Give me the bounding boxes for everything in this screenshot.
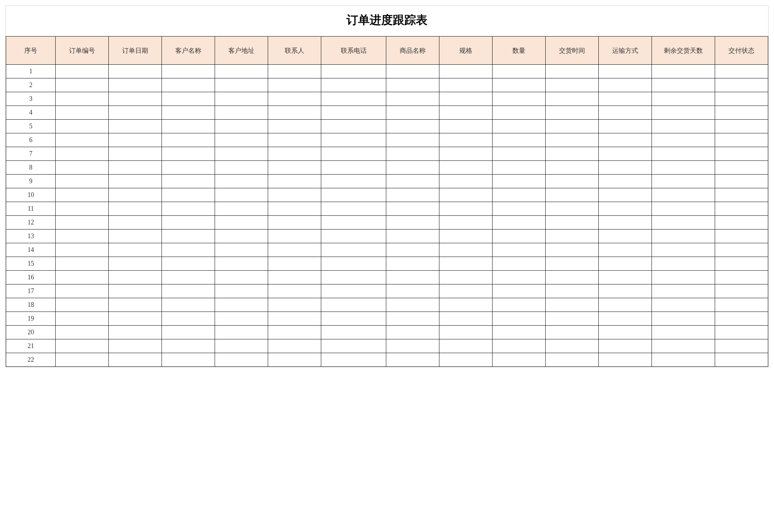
cell-seq[interactable]: 19 [6, 312, 56, 326]
cell-status[interactable] [715, 298, 768, 312]
cell-product[interactable] [386, 326, 439, 339]
cell-customer[interactable] [162, 175, 215, 188]
cell-status[interactable] [715, 326, 768, 339]
cell-order_no[interactable] [56, 147, 109, 161]
cell-order_date[interactable] [109, 326, 162, 339]
cell-phone[interactable] [321, 257, 386, 271]
cell-address[interactable] [215, 106, 268, 120]
cell-order_date[interactable] [109, 298, 162, 312]
cell-order_no[interactable] [56, 120, 109, 133]
cell-contact[interactable] [268, 120, 321, 133]
cell-contact[interactable] [268, 312, 321, 326]
cell-contact[interactable] [268, 147, 321, 161]
cell-product[interactable] [386, 106, 439, 120]
cell-delivery_time[interactable] [545, 120, 598, 133]
cell-contact[interactable] [268, 202, 321, 216]
cell-contact[interactable] [268, 298, 321, 312]
cell-ship_method[interactable] [598, 271, 652, 284]
cell-address[interactable] [215, 202, 268, 216]
cell-qty[interactable] [492, 339, 545, 353]
cell-product[interactable] [386, 202, 439, 216]
cell-address[interactable] [215, 326, 268, 339]
cell-seq[interactable]: 20 [6, 326, 56, 339]
cell-product[interactable] [386, 284, 439, 298]
cell-spec[interactable] [439, 202, 492, 216]
cell-delivery_time[interactable] [545, 188, 598, 202]
cell-address[interactable] [215, 339, 268, 353]
cell-phone[interactable] [321, 106, 386, 120]
cell-customer[interactable] [162, 161, 215, 175]
cell-phone[interactable] [321, 188, 386, 202]
cell-qty[interactable] [492, 133, 545, 147]
cell-days_left[interactable] [652, 120, 715, 133]
cell-phone[interactable] [321, 353, 386, 367]
cell-ship_method[interactable] [598, 216, 652, 229]
cell-delivery_time[interactable] [545, 229, 598, 243]
cell-customer[interactable] [162, 284, 215, 298]
cell-seq[interactable]: 9 [6, 175, 56, 188]
cell-phone[interactable] [321, 229, 386, 243]
cell-contact[interactable] [268, 78, 321, 92]
cell-days_left[interactable] [652, 298, 715, 312]
cell-qty[interactable] [492, 216, 545, 229]
cell-product[interactable] [386, 216, 439, 229]
cell-product[interactable] [386, 257, 439, 271]
cell-qty[interactable] [492, 284, 545, 298]
cell-order_date[interactable] [109, 120, 162, 133]
cell-customer[interactable] [162, 92, 215, 106]
cell-order_no[interactable] [56, 133, 109, 147]
cell-address[interactable] [215, 312, 268, 326]
cell-order_no[interactable] [56, 161, 109, 175]
cell-delivery_time[interactable] [545, 106, 598, 120]
cell-phone[interactable] [321, 175, 386, 188]
cell-delivery_time[interactable] [545, 339, 598, 353]
cell-ship_method[interactable] [598, 78, 652, 92]
cell-delivery_time[interactable] [545, 298, 598, 312]
cell-days_left[interactable] [652, 133, 715, 147]
cell-ship_method[interactable] [598, 284, 652, 298]
cell-customer[interactable] [162, 257, 215, 271]
cell-product[interactable] [386, 353, 439, 367]
cell-status[interactable] [715, 147, 768, 161]
cell-qty[interactable] [492, 353, 545, 367]
cell-order_date[interactable] [109, 106, 162, 120]
cell-customer[interactable] [162, 202, 215, 216]
cell-status[interactable] [715, 312, 768, 326]
cell-phone[interactable] [321, 120, 386, 133]
cell-order_no[interactable] [56, 229, 109, 243]
cell-days_left[interactable] [652, 106, 715, 120]
cell-qty[interactable] [492, 202, 545, 216]
cell-phone[interactable] [321, 339, 386, 353]
cell-spec[interactable] [439, 312, 492, 326]
cell-customer[interactable] [162, 353, 215, 367]
cell-phone[interactable] [321, 147, 386, 161]
cell-spec[interactable] [439, 243, 492, 257]
cell-phone[interactable] [321, 326, 386, 339]
cell-order_date[interactable] [109, 65, 162, 78]
cell-order_date[interactable] [109, 312, 162, 326]
cell-seq[interactable]: 22 [6, 353, 56, 367]
cell-status[interactable] [715, 133, 768, 147]
cell-seq[interactable]: 12 [6, 216, 56, 229]
cell-customer[interactable] [162, 216, 215, 229]
cell-qty[interactable] [492, 92, 545, 106]
cell-order_no[interactable] [56, 216, 109, 229]
cell-spec[interactable] [439, 339, 492, 353]
cell-delivery_time[interactable] [545, 312, 598, 326]
cell-order_no[interactable] [56, 271, 109, 284]
cell-order_no[interactable] [56, 202, 109, 216]
cell-days_left[interactable] [652, 188, 715, 202]
cell-address[interactable] [215, 120, 268, 133]
cell-order_date[interactable] [109, 353, 162, 367]
cell-seq[interactable]: 4 [6, 106, 56, 120]
cell-contact[interactable] [268, 271, 321, 284]
cell-spec[interactable] [439, 271, 492, 284]
cell-delivery_time[interactable] [545, 161, 598, 175]
cell-days_left[interactable] [652, 271, 715, 284]
cell-qty[interactable] [492, 106, 545, 120]
cell-status[interactable] [715, 216, 768, 229]
cell-product[interactable] [386, 243, 439, 257]
cell-seq[interactable]: 21 [6, 339, 56, 353]
cell-spec[interactable] [439, 175, 492, 188]
cell-customer[interactable] [162, 133, 215, 147]
